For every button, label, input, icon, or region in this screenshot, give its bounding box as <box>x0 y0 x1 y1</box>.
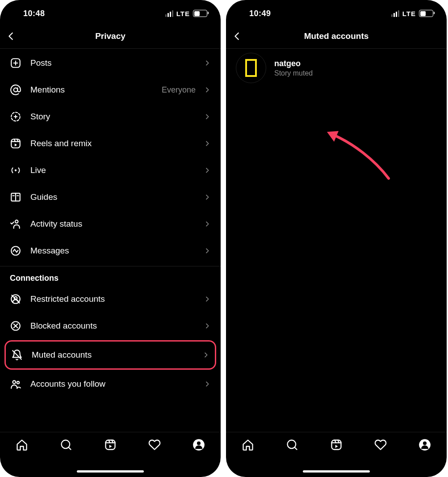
svg-rect-40 <box>331 440 341 450</box>
svg-line-39 <box>295 447 297 450</box>
signal-icon <box>391 10 399 17</box>
chevron-right-icon <box>202 86 211 93</box>
row-label: Muted accounts <box>32 350 201 360</box>
row-posts[interactable]: Posts <box>0 50 221 76</box>
row-reels[interactable]: Reels and remix <box>0 130 221 157</box>
row-label: Blocked accounts <box>30 321 202 331</box>
home-indicator[interactable] <box>77 470 144 473</box>
header-title: Muted accounts <box>304 31 369 41</box>
svg-marker-44 <box>335 445 338 448</box>
search-icon <box>286 439 298 451</box>
row-muted-accounts[interactable]: Muted accounts <box>11 342 209 368</box>
nav-profile[interactable] <box>193 439 205 453</box>
nav-activity[interactable] <box>374 439 387 453</box>
row-label: Guides <box>30 192 202 202</box>
svg-point-26 <box>13 380 16 384</box>
nav-search[interactable] <box>286 439 298 453</box>
restricted-icon <box>10 293 21 305</box>
screen-header: Privacy <box>0 24 221 49</box>
row-label: Reels and remix <box>30 139 202 148</box>
heart-icon <box>148 439 161 451</box>
chevron-right-icon <box>202 295 211 303</box>
status-indicators: LTE <box>165 10 207 17</box>
svg-rect-30 <box>105 440 115 450</box>
profile-icon <box>193 439 205 451</box>
svg-marker-37 <box>327 131 339 142</box>
muted-icon <box>11 349 23 361</box>
row-label: Restricted accounts <box>30 294 202 304</box>
home-indicator[interactable] <box>303 470 370 473</box>
home-icon <box>16 439 28 451</box>
back-button[interactable] <box>6 24 24 48</box>
messages-icon <box>10 245 21 257</box>
status-time: 10:48 <box>13 9 45 18</box>
row-label: Story <box>30 112 202 122</box>
chevron-right-icon <box>202 140 211 147</box>
row-messages[interactable]: Messages <box>0 237 221 264</box>
row-restricted-accounts[interactable]: Restricted accounts <box>0 286 221 312</box>
network-label: LTE <box>402 10 416 17</box>
heart-icon <box>374 439 387 451</box>
profile-icon <box>419 439 431 451</box>
chevron-right-icon <box>201 351 209 359</box>
nav-home[interactable] <box>242 439 254 453</box>
blocked-icon <box>10 320 21 332</box>
chevron-right-icon <box>202 194 211 201</box>
battery-icon <box>419 10 433 17</box>
row-live[interactable]: Live <box>0 157 221 184</box>
chevron-right-icon <box>202 167 211 174</box>
status-indicators: LTE <box>391 10 433 17</box>
account-status: Story muted <box>274 69 313 77</box>
row-activity-status[interactable]: Activity status <box>0 211 221 237</box>
svg-point-3 <box>14 88 18 92</box>
row-value: Everyone <box>162 85 196 95</box>
account-username: natgeo <box>274 59 313 68</box>
header-title: Privacy <box>95 31 126 41</box>
nav-search[interactable] <box>60 439 72 453</box>
row-label: Live <box>30 165 202 175</box>
nav-home[interactable] <box>16 439 28 453</box>
battery-icon <box>193 10 207 17</box>
row-label: Accounts you follow <box>30 379 202 389</box>
screen-header: Muted accounts <box>226 24 447 49</box>
svg-marker-34 <box>109 445 112 448</box>
status-time: 10:49 <box>239 9 271 18</box>
chevron-right-icon <box>202 247 211 254</box>
nav-activity[interactable] <box>148 439 161 453</box>
row-guides[interactable]: Guides <box>0 184 221 211</box>
chevron-right-icon <box>202 59 211 67</box>
svg-point-27 <box>17 381 19 384</box>
status-bar: 10:48 LTE <box>0 0 221 24</box>
row-label: Messages <box>30 246 202 256</box>
nav-reels[interactable] <box>104 439 117 453</box>
chevron-right-icon <box>202 220 211 228</box>
muted-accounts-list: natgeo Story muted <box>226 49 447 432</box>
row-label: Mentions <box>30 85 162 95</box>
row-story[interactable]: Story <box>0 103 221 130</box>
nav-profile[interactable] <box>419 439 431 453</box>
reels-icon <box>10 138 21 149</box>
svg-point-46 <box>423 441 426 445</box>
chevron-left-icon <box>6 31 16 41</box>
muted-account-row[interactable]: natgeo Story muted <box>226 50 447 86</box>
status-bar: 10:49 LTE <box>226 0 447 24</box>
svg-marker-11 <box>15 144 17 147</box>
search-icon <box>60 439 72 451</box>
row-mentions[interactable]: Mentions Everyone <box>0 76 221 103</box>
reels-nav-icon <box>104 439 117 451</box>
row-blocked-accounts[interactable]: Blocked accounts <box>0 312 221 339</box>
svg-rect-7 <box>11 139 20 148</box>
row-accounts-you-follow[interactable]: Accounts you follow <box>0 371 221 397</box>
home-icon <box>242 439 254 451</box>
chevron-left-icon <box>232 31 242 41</box>
phone-privacy-settings: 10:48 LTE Privacy Posts <box>0 0 221 477</box>
following-icon <box>10 378 21 390</box>
nav-reels[interactable] <box>330 439 343 453</box>
account-text: natgeo Story muted <box>274 59 313 77</box>
posts-icon <box>10 57 21 69</box>
back-button[interactable] <box>232 24 250 48</box>
reels-nav-icon <box>330 439 343 451</box>
network-label: LTE <box>176 10 190 17</box>
svg-point-12 <box>15 169 17 171</box>
row-label: Posts <box>30 58 202 68</box>
